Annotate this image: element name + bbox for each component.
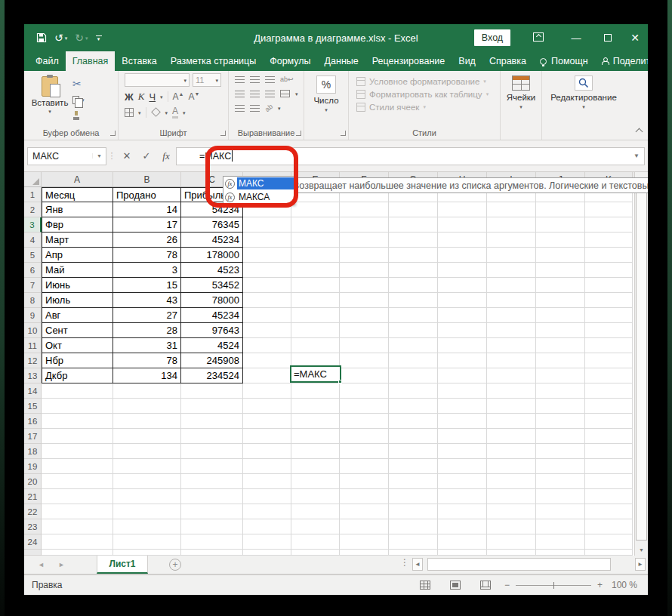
tab-Справка[interactable]: Справка [482, 51, 533, 71]
cell[interactable] [585, 368, 633, 383]
cell[interactable] [113, 489, 181, 504]
align-bottom-icon[interactable] [265, 76, 275, 83]
cell[interactable] [438, 353, 487, 368]
dialog-launcher-icon[interactable] [341, 131, 346, 136]
cell[interactable] [487, 202, 536, 217]
cell[interactable] [389, 504, 438, 519]
row-header-6[interactable]: 6 [24, 263, 42, 278]
tab-Помощн[interactable]: Помощн [533, 51, 595, 71]
normal-view-icon[interactable] [420, 581, 430, 590]
cell[interactable] [243, 217, 291, 233]
cell[interactable] [243, 368, 291, 383]
active-cell[interactable]: =МАКС [290, 365, 341, 383]
cell[interactable] [181, 399, 243, 414]
cell[interactable] [389, 474, 438, 489]
align-center-icon[interactable] [250, 91, 260, 97]
cell[interactable] [487, 399, 536, 414]
cell[interactable] [536, 550, 585, 556]
cell[interactable] [487, 308, 536, 323]
cell[interactable] [113, 474, 181, 489]
align-right-icon[interactable] [265, 91, 275, 97]
cell[interactable] [42, 474, 113, 489]
cell[interactable]: Дкбр [42, 368, 113, 383]
number-group-button-label[interactable]: Число [313, 96, 338, 105]
sheet-tab[interactable]: Лист1 [97, 556, 148, 574]
cell[interactable] [113, 383, 181, 399]
cell[interactable]: Июль [42, 293, 113, 308]
cell[interactable] [487, 338, 536, 353]
cell[interactable] [291, 263, 340, 278]
cell[interactable] [389, 293, 438, 308]
format-painter-button[interactable] [72, 109, 85, 122]
cell[interactable]: 26 [113, 233, 181, 248]
cell[interactable] [291, 550, 340, 556]
cell[interactable] [585, 202, 633, 217]
cell[interactable] [340, 444, 389, 459]
cell[interactable] [291, 278, 340, 293]
cell[interactable] [487, 504, 536, 519]
cell[interactable] [181, 550, 243, 556]
cell[interactable] [340, 323, 389, 338]
cell[interactable] [340, 383, 389, 399]
autocomplete-item[interactable]: fxМАКСА [223, 190, 294, 204]
cell[interactable] [438, 202, 487, 217]
cell[interactable] [585, 383, 633, 399]
cell[interactable] [389, 429, 438, 444]
tab-Вставка[interactable]: Вставка [115, 51, 163, 71]
cell[interactable] [389, 217, 438, 233]
row-header-24[interactable]: 24 [24, 534, 42, 550]
cell[interactable] [340, 399, 389, 414]
row-header-2[interactable]: 2 [24, 202, 42, 217]
cell[interactable] [487, 550, 536, 556]
cell[interactable]: Янв [42, 202, 113, 217]
cell[interactable] [389, 383, 438, 399]
cell[interactable]: Окт [42, 338, 113, 353]
add-sheet-button[interactable]: + [169, 559, 181, 571]
cell[interactable] [536, 504, 585, 519]
cell[interactable] [536, 459, 585, 474]
cell[interactable] [487, 248, 536, 263]
styles-item[interactable]: Форматировать как таблицу▾ [356, 88, 497, 100]
cell[interactable]: 54234 [181, 202, 243, 217]
cell[interactable] [181, 414, 243, 429]
cell[interactable] [487, 444, 536, 459]
cell[interactable] [291, 504, 340, 519]
cell[interactable] [536, 534, 585, 550]
row-header-21[interactable]: 21 [24, 489, 42, 504]
cell[interactable] [487, 323, 536, 338]
cell[interactable] [438, 323, 487, 338]
cell[interactable] [585, 323, 633, 338]
cell[interactable] [389, 519, 438, 534]
cell[interactable] [487, 278, 536, 293]
cell[interactable] [438, 293, 487, 308]
bold-button[interactable]: Ж [125, 91, 134, 103]
cell[interactable] [113, 429, 181, 444]
cell[interactable] [340, 504, 389, 519]
tab-Вид[interactable]: Вид [452, 51, 482, 71]
cell[interactable]: 234524 [181, 368, 243, 383]
cell[interactable] [243, 429, 291, 444]
cell[interactable] [42, 504, 113, 519]
cell[interactable]: 45234 [181, 308, 243, 323]
cell[interactable] [585, 248, 633, 263]
cell[interactable] [181, 383, 243, 399]
cell[interactable] [340, 338, 389, 353]
row-header-23[interactable]: 23 [24, 519, 42, 534]
align-left-icon[interactable] [235, 91, 245, 97]
increase-indent-icon[interactable] [250, 105, 260, 112]
chevron-down-icon[interactable]: ▾ [582, 104, 585, 109]
cell[interactable] [291, 474, 340, 489]
grow-font-button[interactable]: А▲ [173, 91, 184, 102]
cell[interactable] [389, 308, 438, 323]
column-header-B[interactable]: B [113, 172, 181, 186]
cell[interactable] [291, 429, 340, 444]
chevron-down-icon[interactable]: ▾ [165, 110, 168, 116]
cell[interactable]: Месяц [42, 187, 113, 202]
cell[interactable] [389, 278, 438, 293]
cell[interactable]: 28 [113, 323, 181, 338]
cell[interactable] [243, 474, 291, 489]
copy-button[interactable]: ▾ [72, 94, 85, 106]
cell[interactable] [291, 202, 340, 217]
chevron-down-icon[interactable]: ▾ [278, 106, 281, 111]
cell[interactable] [42, 489, 113, 504]
